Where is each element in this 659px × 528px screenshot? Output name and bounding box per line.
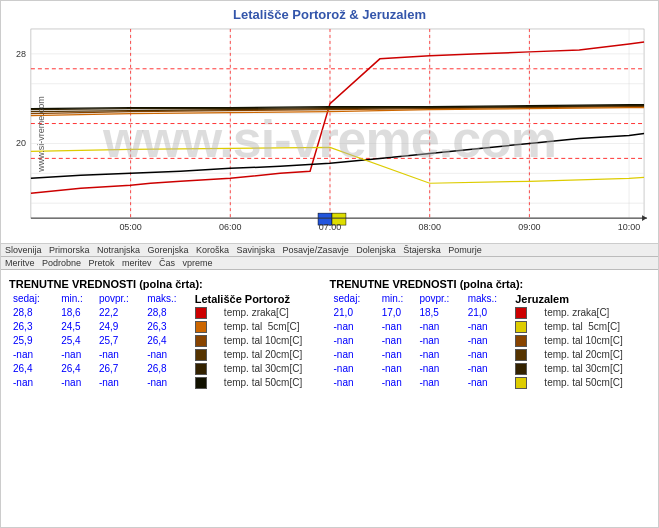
s2-row-2: -nan -nan -nan -nan temp. tal 10cm[C] [330,334,651,348]
s2-r3-povpr: -nan [415,348,463,362]
section2-table: sedaj: min.: povpr.: maks.: Jeruzalem 21… [330,292,651,390]
s2-r4-desc: temp. tal 30cm[C] [540,362,650,376]
main-container: Letališče Portorož & Jeruzalem www.si-vr… [0,0,659,528]
section1: TRENUTNE VREDNOSTI (polna črta): sedaj: … [9,274,330,390]
s1-r5-povpr: -nan [95,376,143,390]
s1-r3-color [191,348,220,362]
info-text: Slovenija Primorska Notranjska Gorenjska… [5,245,482,255]
section2-title: TRENUTNE VREDNOSTI (polna črta): [330,278,651,290]
s2-r2-desc: temp. tal 10cm[C] [540,334,650,348]
svg-text:28: 28 [16,49,26,59]
s2-r4-maks: -nan [464,362,512,376]
s1-row-4: 26,4 26,4 26,7 26,8 temp. tal 30cm[C] [9,362,330,376]
s2-r3-min: -nan [378,348,416,362]
s2-r5-min: -nan [378,376,416,390]
s2-row-4: -nan -nan -nan -nan temp. tal 30cm[C] [330,362,651,376]
s1-r0-sedaj: 28,8 [9,306,57,320]
s2-r0-desc: temp. zraka[C] [540,306,650,320]
s2-row-5: -nan -nan -nan -nan temp. tal 50cm[C] [330,376,651,390]
s2-r3-maks: -nan [464,348,512,362]
col-min: min.: [57,292,95,306]
s2-r0-maks: 21,0 [464,306,512,320]
data-sections: TRENUTNE VREDNOSTI (polna črta): sedaj: … [1,270,658,394]
s1-r4-min: 26,4 [57,362,95,376]
s2-r1-maks: -nan [464,320,512,334]
s2-r2-maks: -nan [464,334,512,348]
s2-row-3: -nan -nan -nan -nan temp. tal 20cm[C] [330,348,651,362]
s2-r1-color [511,320,540,334]
s1-r0-desc: temp. zraka[C] [220,306,330,320]
s2-row-1: -nan -nan -nan -nan temp. tal 5cm[C] [330,320,651,334]
s1-r5-sedaj: -nan [9,376,57,390]
col-povpr: povpr.: [95,292,143,306]
s1-r0-min: 18,6 [57,306,95,320]
s1-r2-min: 25,4 [57,334,95,348]
svg-text:09:00: 09:00 [518,222,540,232]
s1-r3-maks: -nan [143,348,191,362]
s2-row-0: 21,0 17,0 18,5 21,0 temp. zraka[C] [330,306,651,320]
s1-r2-maks: 26,4 [143,334,191,348]
svg-text:05:00: 05:00 [119,222,141,232]
s2-r2-min: -nan [378,334,416,348]
s1-r3-povpr: -nan [95,348,143,362]
s2-r3-color [511,348,540,362]
station2-name: Jeruzalem [511,292,650,306]
s2-r0-min: 17,0 [378,306,416,320]
s2-r3-sedaj: -nan [330,348,378,362]
s2-r2-sedaj: -nan [330,334,378,348]
s1-r0-maks: 28,8 [143,306,191,320]
s1-r1-desc: temp. tal 5cm[C] [220,320,330,334]
station1-name: Letališče Portorož [191,292,330,306]
s1-r1-color [191,320,220,334]
section2: TRENUTNE VREDNOSTI (polna črta): sedaj: … [330,274,651,390]
s1-r1-min: 24,5 [57,320,95,334]
s1-r5-maks: -nan [143,376,191,390]
s2-r1-min: -nan [378,320,416,334]
s1-r2-desc: temp. tal 10cm[C] [220,334,330,348]
s1-r0-color [191,306,220,320]
s1-r1-povpr: 24,9 [95,320,143,334]
s1-r3-min: -nan [57,348,95,362]
s1-r4-color [191,362,220,376]
s2-r0-sedaj: 21,0 [330,306,378,320]
s1-row-2: 25,9 25,4 25,7 26,4 temp. tal 10cm[C] [9,334,330,348]
s2-r5-desc: temp. tal 50cm[C] [540,376,650,390]
s1-r5-color [191,376,220,390]
s2-r5-sedaj: -nan [330,376,378,390]
s2-r2-color [511,334,540,348]
two-col-layout: TRENUTNE VREDNOSTI (polna črta): sedaj: … [9,274,650,390]
s1-row-5: -nan -nan -nan -nan temp. tal 50cm[C] [9,376,330,390]
s1-r4-sedaj: 26,4 [9,362,57,376]
info-bar2: Meritve Podrobne Pretok meritev Čas vpre… [1,257,658,270]
s1-r2-povpr: 25,7 [95,334,143,348]
col2-min: min.: [378,292,416,306]
chart-area: www.si-vreme.com www.si-vreme.com 28 20 [1,24,658,244]
col2-povpr: povpr.: [415,292,463,306]
s2-r5-color [511,376,540,390]
s2-r4-povpr: -nan [415,362,463,376]
col-sedaj: sedaj: [9,292,57,306]
svg-marker-32 [642,215,647,221]
s2-r4-sedaj: -nan [330,362,378,376]
s1-row-0: 28,8 18,6 22,2 28,8 temp. zraka[C] [9,306,330,320]
s2-r1-desc: temp. tal 5cm[C] [540,320,650,334]
s1-r3-desc: temp. tal 20cm[C] [220,348,330,362]
s1-r2-sedaj: 25,9 [9,334,57,348]
svg-text:08:00: 08:00 [418,222,440,232]
s1-r5-min: -nan [57,376,95,390]
chart-title: Letališče Portorož & Jeruzalem [1,1,658,24]
svg-text:07:00: 07:00 [319,222,341,232]
s2-r4-color [511,362,540,376]
s2-r4-min: -nan [378,362,416,376]
info-bar: Slovenija Primorska Notranjska Gorenjska… [1,244,658,257]
section1-table: sedaj: min.: povpr.: maks.: Letališče Po… [9,292,330,390]
s1-r4-desc: temp. tal 30cm[C] [220,362,330,376]
s1-r5-desc: temp. tal 50cm[C] [220,376,330,390]
col2-sedaj: sedaj: [330,292,378,306]
s1-r1-sedaj: 26,3 [9,320,57,334]
s2-r0-povpr: 18,5 [415,306,463,320]
section2-header-row: sedaj: min.: povpr.: maks.: Jeruzalem [330,292,651,306]
svg-text:10:00: 10:00 [618,222,640,232]
s2-r3-desc: temp. tal 20cm[C] [540,348,650,362]
s2-r5-maks: -nan [464,376,512,390]
